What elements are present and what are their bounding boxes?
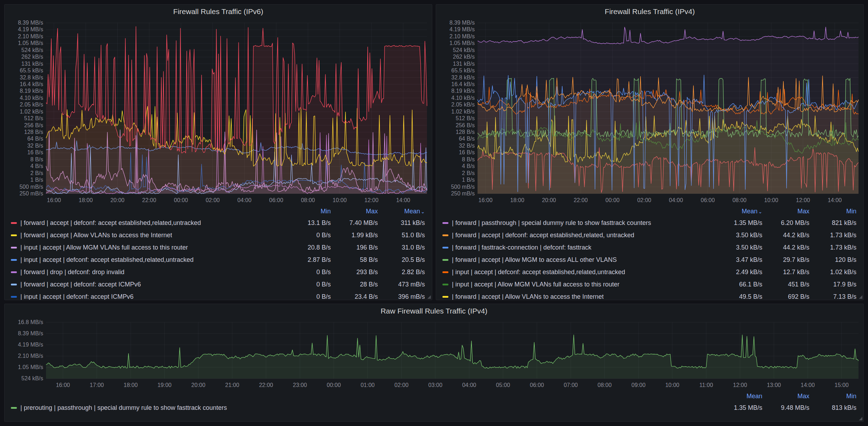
- y-tick-label: 256 B/s: [24, 122, 43, 128]
- series-fill-prerouting-passthrough-special-dummy-rule-to-sho: [46, 335, 859, 379]
- x-tick-label: 12:00: [796, 197, 810, 203]
- series-color-swatch[interactable]: [11, 296, 17, 298]
- legend-label-cell: | prerouting | passthrough | special dum…: [11, 404, 715, 412]
- chart-firewall-ipv6[interactable]: 8.39 MB/s4.19 MB/s2.10 MB/s1.05 MB/s524 …: [5, 19, 432, 205]
- legend-row: | forward | passthrough | special dummy …: [442, 217, 856, 229]
- legend-column-max[interactable]: Max: [762, 208, 809, 215]
- series-stat-value: 9.48 MB/s: [762, 404, 809, 412]
- series-label[interactable]: | forward | accept | defconf: accept ICM…: [20, 281, 141, 288]
- legend-label-cell: | forward | fasttrack-connection | defco…: [442, 244, 715, 251]
- series-color-swatch[interactable]: [442, 271, 448, 273]
- panel-header: Firewall Rules Traffic (IPv4): [436, 5, 863, 19]
- legend-column-max[interactable]: Max: [762, 393, 809, 400]
- y-tick-label: 8 B/s: [31, 156, 43, 162]
- series-label[interactable]: | forward | accept | Allow MGM to access…: [452, 256, 617, 264]
- series-label[interactable]: | prerouting | passthrough | special dum…: [20, 404, 227, 412]
- legend-column-min[interactable]: Min: [809, 208, 856, 215]
- series-color-swatch[interactable]: [11, 271, 17, 273]
- series-stat-value: 311 kB/s: [378, 219, 425, 227]
- y-tick-label: 32 B/s: [459, 143, 475, 149]
- y-tick-label: 500 mB/s: [451, 184, 475, 190]
- legend-column-mean[interactable]: Mean⌄: [715, 208, 762, 215]
- series-stat-value: 12.7 kB/s: [762, 269, 809, 276]
- series-stat-value: 6.20 MB/s: [762, 219, 809, 227]
- legend-column-max[interactable]: Max: [331, 208, 378, 215]
- legend-column-min[interactable]: Min: [284, 208, 331, 215]
- series-label[interactable]: | input | accept | Allow MGM VLANs full …: [452, 281, 619, 288]
- y-tick-label: 1 B/s: [462, 177, 475, 183]
- y-tick-label: 32 B/s: [27, 143, 43, 149]
- panel-raw-firewall-ipv4: Raw Firewall Rules Traffic (IPv4) 16.8 M…: [4, 304, 864, 422]
- series-color-swatch[interactable]: [442, 234, 448, 236]
- legend-row: | input | accept | defconf: accept ICMPv…: [11, 291, 425, 300]
- chart-svg[interactable]: 8.39 MB/s4.19 MB/s2.10 MB/s1.05 MB/s524 …: [436, 19, 863, 205]
- legend-column-mean[interactable]: Mean: [715, 393, 762, 400]
- y-tick-label: 64 B/s: [459, 136, 475, 142]
- series-color-swatch[interactable]: [442, 222, 448, 224]
- legend-row: | forward | drop | defconf: drop invalid…: [11, 266, 425, 278]
- y-tick-label: 16.4 kB/s: [451, 81, 475, 87]
- series-label[interactable]: | input | accept | defconf: accept estab…: [20, 256, 193, 264]
- series-stat-value: 451 B/s: [762, 281, 809, 288]
- y-tick-label: 4 B/s: [31, 163, 43, 169]
- legend-column-min[interactable]: Min: [809, 393, 856, 400]
- series-label[interactable]: | input | accept | defconf: accept estab…: [452, 269, 625, 276]
- legend-firewall-ipv6: MinMaxMean⌄| forward | accept | defconf:…: [5, 205, 432, 300]
- series-color-swatch[interactable]: [11, 284, 17, 285]
- series-color-swatch[interactable]: [11, 247, 17, 248]
- panel-title[interactable]: Raw Firewall Rules Traffic (IPv4): [381, 307, 487, 315]
- legend-header: MinMaxMean⌄: [11, 206, 425, 217]
- series-stat-value: 293 B/s: [331, 269, 378, 276]
- series-color-swatch[interactable]: [442, 284, 448, 285]
- y-tick-label: 8.39 MB/s: [18, 20, 43, 26]
- series-color-swatch[interactable]: [11, 234, 17, 236]
- series-fill-forward-passthrough-special-dummy-rule-to-show-f: [478, 27, 859, 194]
- panel-resize-handle[interactable]: [859, 417, 862, 420]
- legend-column-mean[interactable]: Mean⌄: [378, 208, 425, 215]
- panel-title[interactable]: Firewall Rules Traffic (IPv6): [173, 7, 263, 16]
- x-tick-label: 22:00: [259, 382, 273, 388]
- x-tick-label: 23:00: [293, 382, 307, 388]
- series-color-swatch[interactable]: [11, 222, 17, 224]
- series-stat-value: 66.1 B/s: [715, 281, 762, 288]
- chart-svg[interactable]: 16.8 MB/s8.39 MB/s4.19 MB/s2.10 MB/s1.05…: [5, 318, 863, 390]
- y-tick-label: 32.8 kB/s: [20, 75, 43, 80]
- series-stat-value: 692 B/s: [762, 293, 809, 300]
- series-label[interactable]: | forward | accept | defconf: accept est…: [452, 232, 634, 239]
- x-tick-label: 03:00: [428, 382, 442, 388]
- series-label[interactable]: | input | accept | defconf: accept ICMPv…: [20, 293, 133, 300]
- chart-firewall-ipv4[interactable]: 8.39 MB/s4.19 MB/s2.10 MB/s1.05 MB/s524 …: [436, 19, 863, 205]
- legend-row: | input | accept | defconf: accept estab…: [11, 254, 425, 266]
- y-tick-label: 2 B/s: [31, 170, 43, 176]
- panel-resize-handle[interactable]: [427, 295, 431, 299]
- series-label[interactable]: | forward | fasttrack-connection | defco…: [452, 244, 591, 251]
- series-color-swatch[interactable]: [442, 296, 448, 298]
- x-tick-label: 02:00: [394, 382, 408, 388]
- chart-svg[interactable]: 8.39 MB/s4.19 MB/s2.10 MB/s1.05 MB/s524 …: [5, 19, 432, 205]
- chart-raw-firewall-ipv4[interactable]: 16.8 MB/s8.39 MB/s4.19 MB/s2.10 MB/s1.05…: [5, 318, 863, 390]
- y-tick-label: 128 B/s: [456, 129, 475, 135]
- panel-title[interactable]: Firewall Rules Traffic (IPv4): [605, 7, 695, 16]
- series-fill-forward-accept-defconf-accept-established-relate: [46, 26, 427, 194]
- x-tick-label: 18:00: [510, 197, 524, 203]
- y-tick-label: 524 kB/s: [453, 47, 475, 53]
- legend-label-cell: | forward | accept | defconf: accept ICM…: [11, 281, 284, 288]
- legend-label-cell: | input | accept | defconf: accept ICMPv…: [11, 293, 284, 300]
- series-color-swatch[interactable]: [442, 259, 448, 261]
- series-color-swatch[interactable]: [11, 259, 17, 261]
- series-label[interactable]: | forward | accept | Allow VLANs to acce…: [20, 232, 172, 239]
- y-tick-label: 8 B/s: [462, 156, 475, 162]
- series-label[interactable]: | forward | accept | defconf: accept est…: [20, 219, 201, 227]
- series-label[interactable]: | forward | accept | Allow VLANs to acce…: [452, 293, 604, 300]
- panel-resize-handle[interactable]: [859, 295, 862, 299]
- series-color-swatch[interactable]: [11, 407, 17, 409]
- series-color-swatch[interactable]: [442, 247, 448, 248]
- series-label[interactable]: | forward | drop | defconf: drop invalid: [20, 269, 124, 276]
- series-stat-value: 396 mB/s: [378, 293, 425, 300]
- x-tick-label: 01:00: [361, 382, 375, 388]
- series-stat-value: 23.4 B/s: [331, 293, 378, 300]
- legend-row: | prerouting | passthrough | special dum…: [11, 402, 856, 414]
- x-tick-label: 08:00: [301, 197, 315, 203]
- series-label[interactable]: | input | accept | Allow MGM VLANs full …: [20, 244, 188, 251]
- series-label[interactable]: | forward | passthrough | special dummy …: [452, 219, 651, 227]
